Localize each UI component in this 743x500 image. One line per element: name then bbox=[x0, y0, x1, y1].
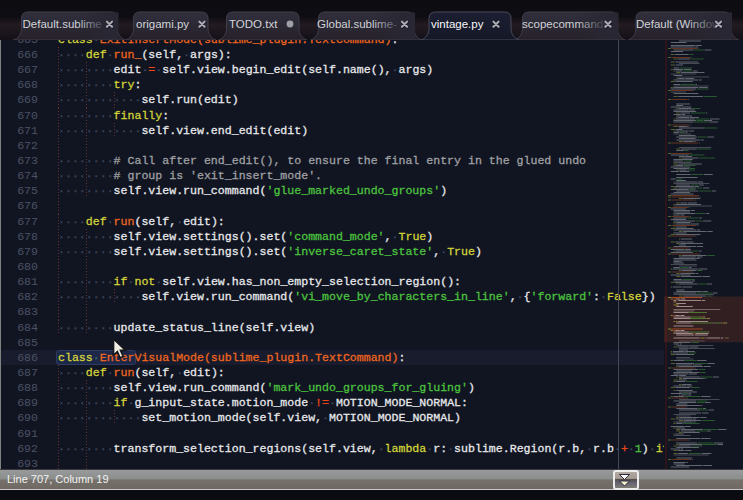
svg-text:vintage.py: vintage.py bbox=[431, 18, 484, 30]
svg-text:TODO.txt: TODO.txt bbox=[229, 18, 278, 30]
svg-text:origami.py: origami.py bbox=[136, 18, 189, 30]
